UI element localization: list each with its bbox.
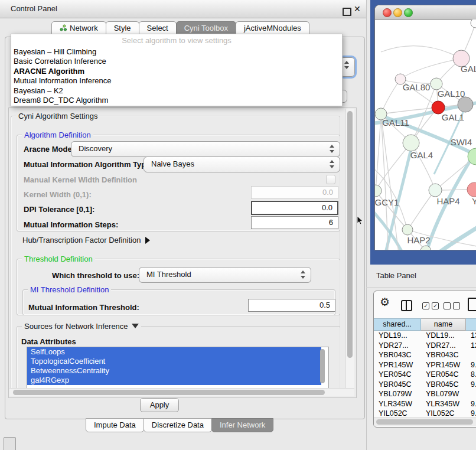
table-row[interactable]: YBR043CYBR043C — [374, 350, 476, 360]
zoom-traffic-light[interactable] — [404, 8, 413, 17]
table-cell: YLR345W — [421, 399, 466, 409]
column-header-col2[interactable] — [466, 318, 476, 331]
network-edge[interactable] — [436, 225, 476, 250]
tab-label: Impute Data — [94, 420, 136, 429]
float-window-icon[interactable] — [343, 8, 351, 16]
network-edge[interactable] — [376, 114, 381, 191]
gear-icon[interactable]: ⚙ — [380, 295, 390, 309]
network-node[interactable] — [431, 78, 442, 90]
table-cell: 12 — [466, 341, 476, 351]
table-row[interactable]: YPR145WYPR145W9. — [374, 360, 476, 370]
table-cell: 9. — [466, 399, 476, 409]
horizontal-scrollbar[interactable] — [9, 388, 354, 396]
unchecked-columns-icon[interactable] — [444, 302, 460, 309]
apply-button[interactable]: Apply — [140, 398, 179, 412]
network-node[interactable] — [429, 184, 442, 197]
minimize-traffic-light[interactable] — [393, 8, 402, 17]
table-cell: 9. — [466, 360, 476, 370]
network-window-titlebar[interactable] — [375, 5, 476, 20]
attribute-item-gal4rgexp[interactable]: gal4RGexp — [27, 376, 321, 385]
group-title: MI Threshold Definition — [28, 285, 111, 294]
aracne-mode-select[interactable]: Discovery — [71, 141, 340, 157]
mi-steps-field[interactable]: 6 — [251, 216, 338, 229]
network-edge[interactable] — [407, 190, 435, 230]
network-node[interactable] — [403, 135, 419, 151]
table-cell: 8. — [466, 370, 476, 380]
manual-kernel-checkbox[interactable] — [326, 175, 335, 184]
checkbox-checked-icon: ✓ — [422, 302, 429, 309]
table-row[interactable]: YIL052CYIL052C9. — [374, 409, 476, 418]
node-label: GAL1 — [442, 112, 464, 122]
network-node[interactable] — [375, 185, 382, 197]
mini-grip-button[interactable] — [4, 437, 16, 450]
hub-definition-toggle[interactable]: Hub/Transcription Factor Definition — [22, 236, 150, 244]
table-row[interactable]: YER054CYER054C8. — [374, 370, 476, 380]
which-threshold-select[interactable]: MI Threshold — [139, 267, 311, 283]
network-node[interactable] — [471, 19, 476, 28]
group-title: Threshold Definition — [22, 255, 95, 263]
tab-infer-network[interactable]: Infer Network — [211, 418, 273, 432]
table-cell: YLR345W — [374, 399, 421, 409]
table-cell — [466, 350, 476, 360]
table-row[interactable]: YDL19...YDL19...13 — [374, 331, 476, 341]
node-label: GAL11 — [382, 118, 409, 128]
table-cell: YDR27... — [374, 341, 421, 351]
dropdown-placeholder: Select algorithm to view settings — [11, 36, 342, 45]
algorithm-option-bayesian-hill-climbing[interactable]: Bayesian – Hill Climbing — [11, 47, 342, 57]
vertical-scrollbar[interactable] — [345, 109, 354, 396]
spinner-arrows-icon — [301, 270, 305, 279]
column-header-shared[interactable]: shared... — [374, 318, 421, 331]
attribute-item-topologicalcoefficient[interactable]: TopologicalCoefficient — [27, 357, 321, 366]
data-attributes-list[interactable]: SelfLoopsTopologicalCoefficientBetweenne… — [27, 347, 329, 389]
table-horizontal-scrollbar[interactable] — [374, 418, 476, 426]
algorithm-dropdown[interactable]: Select algorithm to view settings Bayesi… — [11, 34, 343, 106]
mi-threshold-label: Mutual Information Threshold: — [28, 303, 139, 312]
algorithm-option-aracne-algorithm[interactable]: ARACNE Algorithm — [11, 67, 342, 76]
kernel-width-label: Kernel Width (0,1): — [24, 190, 92, 199]
kernel-width-field[interactable]: 0.0 — [251, 186, 338, 199]
node-label: GAL10 — [438, 89, 465, 99]
table-row[interactable]: YDR27...YDR27...12 — [374, 341, 476, 351]
network-edge[interactable] — [381, 114, 388, 250]
table-row[interactable]: YLR345WYLR345W9. — [374, 399, 476, 409]
close-icon[interactable]: ✕ — [354, 4, 361, 14]
checked-columns-icon[interactable]: ✓ ✓ — [422, 302, 439, 309]
table-body: YDL19...YDL19...13YDR27...YDR27...12YBR0… — [374, 331, 476, 418]
algorithm-option-basic-correlation-inference[interactable]: Basic Correlation Inference — [11, 57, 342, 66]
bottom-tab-row: Impute DataDiscretize DataInfer Network — [86, 418, 273, 432]
horizontal-scrollbar-thumb[interactable] — [13, 390, 325, 395]
mi-type-select[interactable]: Naive Bayes — [144, 156, 340, 172]
algorithm-option-mutual-information-inference[interactable]: Mutual Information Inference — [11, 76, 342, 86]
split-columns-icon[interactable] — [401, 300, 412, 311]
checkbox-unchecked-icon — [453, 302, 460, 309]
dpi-tolerance-field[interactable]: 0.0 — [251, 201, 338, 215]
network-node[interactable] — [458, 97, 473, 112]
table-panel-window: ⚙ ✓ ✓ shared...name YDL19...YDL19...13YD… — [373, 291, 476, 428]
column-header-name[interactable]: name — [421, 318, 466, 331]
table-row[interactable]: YBR045CYBR045C9. — [374, 380, 476, 390]
vertical-scrollbar-thumb[interactable] — [347, 111, 353, 358]
table-row[interactable]: YBL079WYBL079W — [374, 389, 476, 399]
tab-label: Network — [70, 24, 98, 32]
list-scrollbar-thumb[interactable] — [320, 349, 325, 383]
table-scrollbar-thumb[interactable] — [376, 419, 473, 425]
aracne-mode-value: Discovery — [79, 142, 112, 156]
attribute-item-betweennesscentrality[interactable]: BetweennessCentrality — [27, 366, 321, 376]
sources-toggle[interactable]: Sources for Network Inference — [22, 322, 141, 331]
algorithm-option-dream8-dc-tdc-algorithm[interactable]: Dream8 DC_TDC Algorithm — [11, 96, 342, 105]
network-edge[interactable] — [400, 58, 461, 79]
table-cell — [466, 389, 476, 399]
table-cell: YER054C — [421, 370, 466, 380]
network-edge[interactable] — [381, 46, 461, 58]
tab-impute-data[interactable]: Impute Data — [86, 418, 144, 432]
network-node[interactable] — [402, 224, 413, 235]
mi-threshold-field[interactable]: 0.5 — [248, 299, 335, 312]
document-icon[interactable] — [468, 298, 476, 311]
network-canvas[interactable]: GALGAL80GAL10GAL1GAL11SWI4GAL4GCY1HAP4YH… — [375, 19, 476, 250]
algorithm-option-bayesian-k2[interactable]: Bayesian – K2 — [11, 86, 342, 96]
network-node[interactable] — [467, 182, 476, 197]
spinner-arrows-icon — [344, 61, 349, 69]
attribute-item-selfloops[interactable]: SelfLoops — [27, 347, 321, 357]
tab-discretize-data[interactable]: Discretize Data — [144, 418, 212, 432]
close-traffic-light[interactable] — [383, 8, 392, 17]
